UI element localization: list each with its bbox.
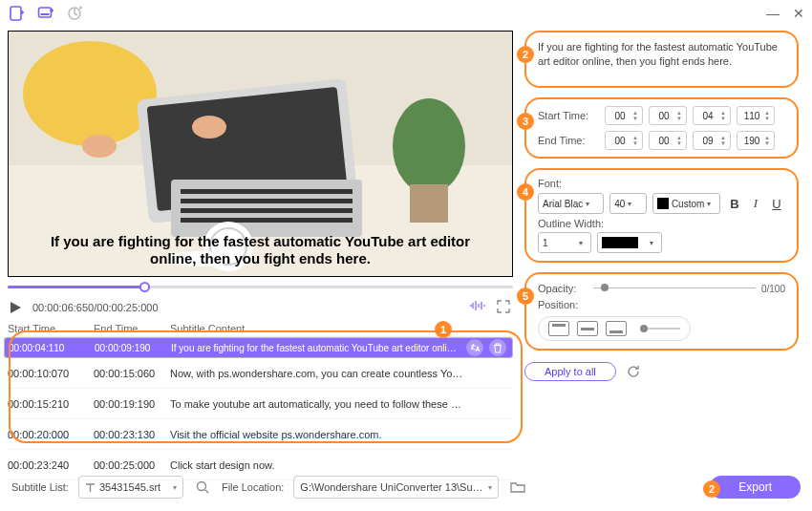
subtitle-file-name: 35431545.srt (99, 481, 160, 493)
end-ms[interactable]: 190▲▼ (737, 131, 775, 150)
opacity-slider[interactable] (593, 282, 756, 295)
start-ss[interactable]: 04▲▼ (693, 106, 731, 125)
subtitle-text-field[interactable]: 2 If you are fighting for the fastest au… (524, 31, 799, 88)
end-time-label: End Time: (538, 135, 605, 146)
time-group: 3 Start Time: 00▲▼ 00▲▼ 04▲▼ 110▲▼ End T… (524, 97, 799, 159)
svg-rect-15 (410, 184, 448, 223)
start-ms[interactable]: 110▲▼ (737, 106, 775, 125)
row-end: 00:00:19:190 (94, 398, 170, 410)
position-middle[interactable] (577, 321, 598, 336)
end-mm[interactable]: 00▲▼ (649, 131, 687, 150)
opacity-value: 0/100 (761, 284, 785, 294)
row-content: To make youtube art automatically, you n… (170, 398, 513, 410)
reset-icon[interactable] (626, 364, 641, 379)
svg-point-20 (192, 116, 226, 138)
row-content: Now, with ps.wondershare.com, you can cr… (170, 368, 513, 379)
position-offset-slider[interactable] (640, 328, 680, 330)
position-selector (538, 316, 691, 341)
bold-button[interactable]: B (726, 194, 743, 213)
svg-point-14 (393, 98, 465, 194)
subtitle-row[interactable]: 00:00:10:07000:00:15:060Now, with ps.won… (8, 358, 513, 389)
svg-point-6 (23, 41, 157, 146)
subtitle-row[interactable]: 00:00:20:00000:00:23:130Visit the offici… (8, 419, 513, 450)
titlebar: — ✕ (0, 0, 812, 27)
progress-bar[interactable] (8, 281, 513, 294)
start-time-label: Start Time: (538, 110, 605, 121)
video-preview[interactable]: If you are fighting for the fastest auto… (8, 31, 513, 277)
header-end: End Time (94, 323, 170, 334)
play-button[interactable] (8, 300, 23, 315)
svg-rect-0 (11, 7, 21, 20)
font-group: 4 Font: Arial Blac▾ 40▾ Custom▾ B I U Ou… (524, 168, 799, 263)
header-content: Subtitle Content (170, 323, 513, 334)
subtitle-row[interactable]: 00:00:15:21000:00:19:190To make youtube … (8, 389, 513, 419)
translate-icon[interactable] (466, 339, 483, 356)
annotation-badge-4: 4 (517, 183, 534, 201)
row-start: 00:00:10:070 (8, 368, 94, 379)
annotation-badge-3: 3 (517, 113, 534, 130)
search-icon[interactable] (193, 478, 212, 497)
underline-button[interactable]: U (768, 194, 785, 213)
file-location-label: File Location: (222, 481, 284, 493)
file-location-path: G:\Wondershare UniConverter 13\SubEd (300, 481, 484, 493)
svg-rect-11 (181, 199, 353, 203)
opacity-label: Opacity: (538, 283, 588, 294)
font-family-select[interactable]: Arial Blac▾ (538, 193, 604, 214)
header-start: Start Time (8, 323, 94, 334)
row-end: 00:00:15:060 (94, 368, 170, 379)
svg-rect-12 (181, 208, 353, 213)
outline-width-label: Outline Width: (538, 218, 785, 229)
position-top[interactable] (548, 321, 569, 336)
outline-width-select[interactable]: 1▾ (538, 232, 591, 253)
row-start: 00:00:04:110 (9, 343, 95, 353)
svg-point-19 (82, 135, 117, 158)
minimize-icon[interactable]: — (766, 6, 780, 21)
waveform-icon[interactable] (469, 299, 486, 316)
start-hh[interactable]: 00▲▼ (605, 106, 643, 125)
svg-point-21 (197, 482, 205, 491)
opacity-position-group: 5 Opacity: 0/100 Position: (524, 272, 799, 351)
subtitle-text-value: If you are fighting for the fastest auto… (538, 41, 778, 67)
subtitle-file-select[interactable]: 35431545.srt ▾ (78, 476, 183, 499)
annotation-badge-2: 2 (517, 46, 534, 63)
subtitle-overlay: If you are fighting for the fastest auto… (9, 233, 512, 269)
add-subtitle-icon[interactable] (36, 4, 55, 23)
font-label: Font: (538, 178, 785, 189)
folder-icon[interactable] (508, 478, 527, 497)
svg-rect-2 (41, 13, 50, 15)
position-label: Position: (538, 299, 785, 310)
file-location-select[interactable]: G:\Wondershare UniConverter 13\SubEd ▾ (293, 476, 499, 499)
add-file-icon[interactable] (8, 4, 27, 23)
outline-color-select[interactable]: ▾ (597, 232, 662, 253)
right-panel: 2 If you are fighting for the fastest au… (521, 27, 812, 447)
close-icon[interactable]: ✕ (793, 6, 804, 21)
timecode-display: 00:00:06:650/00:00:25:000 (32, 302, 159, 313)
font-size-select[interactable]: 40▾ (609, 193, 647, 214)
position-bottom[interactable] (606, 321, 627, 336)
annotation-badge-1: 1 (435, 321, 452, 338)
left-panel: If you are fighting for the fastest auto… (0, 27, 521, 447)
end-ss[interactable]: 09▲▼ (693, 131, 731, 150)
end-hh[interactable]: 00▲▼ (605, 131, 643, 150)
apply-to-all-button[interactable]: Apply to all (524, 362, 616, 381)
svg-rect-13 (181, 218, 353, 223)
sync-icon[interactable] (65, 4, 84, 23)
delete-icon[interactable] (489, 339, 506, 356)
subtitle-row[interactable]: 00:00:04:11000:00:09:190If you are fight… (4, 337, 513, 358)
font-color-select[interactable]: Custom▾ (652, 193, 720, 214)
italic-button[interactable]: I (747, 194, 764, 213)
row-content: Visit the official website ps.wondershar… (170, 429, 513, 440)
annotation-badge-export: 2 (703, 480, 720, 498)
footer-bar: Subtitle List: 35431545.srt ▾ File Locat… (0, 469, 812, 505)
fullscreen-icon[interactable] (496, 299, 513, 316)
svg-rect-1 (39, 8, 52, 17)
svg-rect-10 (181, 189, 353, 194)
row-content: If you are fighting for the fastest auto… (171, 343, 508, 353)
subtitle-list-label: Subtitle List: (11, 481, 69, 493)
text-file-icon (85, 482, 96, 493)
start-mm[interactable]: 00▲▼ (649, 106, 687, 125)
row-end: 00:00:09:190 (95, 343, 171, 353)
row-start: 00:00:15:210 (8, 398, 94, 410)
row-start: 00:00:20:000 (8, 429, 94, 440)
export-button[interactable]: Export (710, 476, 801, 499)
